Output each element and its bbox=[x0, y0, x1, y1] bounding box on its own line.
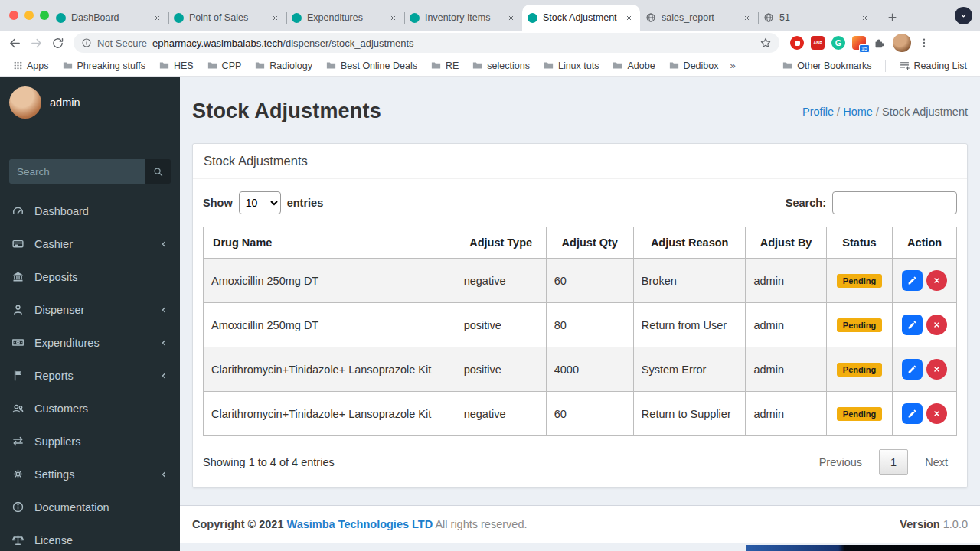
cell-action bbox=[893, 392, 957, 436]
new-tab-button[interactable] bbox=[882, 7, 902, 27]
breadcrumb-link[interactable]: Profile bbox=[802, 106, 834, 118]
browser-tab[interactable]: 51 bbox=[758, 5, 876, 31]
browser-tab[interactable]: Inventory Items bbox=[404, 5, 522, 31]
company-link[interactable]: Wasimba Technologies LTD bbox=[287, 518, 433, 530]
adblock-extension-icon[interactable] bbox=[790, 36, 804, 50]
profile-avatar[interactable] bbox=[893, 34, 911, 52]
column-header[interactable]: Action bbox=[893, 227, 957, 259]
bookmark-folder[interactable]: Phreaking stuffs bbox=[57, 58, 151, 73]
sidebar-item-settings[interactable]: Settings bbox=[0, 458, 180, 491]
bookmark-folder[interactable]: Best Online Deals bbox=[320, 58, 423, 73]
edit-adjustment-button[interactable] bbox=[902, 359, 923, 380]
bookmark-folder[interactable]: CPP bbox=[201, 58, 247, 73]
edit-adjustment-button[interactable] bbox=[902, 403, 923, 424]
tab-close-button[interactable] bbox=[505, 11, 517, 24]
sidebar-item-documentation[interactable]: Documentation bbox=[0, 491, 180, 523]
abp-label: ABP bbox=[813, 41, 822, 45]
sidebar-item-reports[interactable]: Reports bbox=[0, 359, 180, 392]
forward-button[interactable] bbox=[26, 33, 46, 53]
folder-icon bbox=[325, 60, 337, 71]
puzzle-icon[interactable] bbox=[873, 37, 886, 50]
tab-close-button[interactable] bbox=[858, 11, 871, 24]
edit-adjustment-button[interactable] bbox=[902, 315, 923, 335]
sidebar-item-deposits[interactable]: Deposits bbox=[0, 260, 180, 293]
browser-tab[interactable]: DashBoard bbox=[51, 5, 168, 31]
security-chip[interactable]: Not Secure bbox=[97, 37, 147, 49]
site-favicon bbox=[292, 13, 302, 23]
sidebar-item-suppliers[interactable]: Suppliers bbox=[0, 425, 180, 458]
address-bar[interactable]: Not Secure epharmacy.wasimbalabs.tech/di… bbox=[74, 33, 779, 53]
entries-select[interactable]: 10 bbox=[239, 191, 281, 214]
tab-close-button[interactable] bbox=[740, 11, 753, 24]
delete-adjustment-button[interactable] bbox=[926, 403, 947, 424]
user-avatar[interactable] bbox=[9, 86, 41, 119]
browser-tab[interactable]: Expenditures bbox=[286, 5, 404, 31]
close-icon bbox=[743, 15, 750, 21]
bookmark-star-icon[interactable] bbox=[760, 37, 772, 49]
close-window-button[interactable] bbox=[9, 11, 18, 20]
bookmark-folder[interactable]: HES bbox=[153, 58, 199, 73]
reading-list[interactable]: Reading List bbox=[893, 58, 973, 73]
bookmark-folder[interactable]: Linux tuts bbox=[537, 58, 605, 73]
browser-tab[interactable]: sales_report bbox=[640, 5, 758, 31]
delete-adjustment-button[interactable] bbox=[926, 359, 947, 380]
browser-tab[interactable]: Stock Adjustments bbox=[522, 5, 640, 31]
menu-dots-icon[interactable] bbox=[918, 37, 930, 49]
sidebar-item-dashboard[interactable]: Dashboard bbox=[0, 194, 180, 227]
sidebar-item-cashier[interactable]: Cashier bbox=[0, 227, 180, 260]
table-row: Clarithromycin+Tinidazole+ Lansoprazole … bbox=[204, 347, 957, 392]
bookmarks-overflow-button[interactable]: » bbox=[726, 60, 739, 71]
bookmark-folder[interactable]: Dedibox bbox=[663, 58, 724, 73]
abp-extension-icon[interactable]: ABP bbox=[811, 36, 825, 50]
sidebar-item-expenditures[interactable]: Expenditures bbox=[0, 326, 180, 359]
column-header[interactable]: Adjust Reason bbox=[633, 227, 746, 259]
sidebar-item-label: Suppliers bbox=[34, 435, 80, 448]
tab-title: Stock Adjustments bbox=[543, 12, 617, 23]
previous-page-button[interactable]: Previous bbox=[810, 450, 871, 474]
column-header[interactable]: Adjust Qty bbox=[546, 227, 633, 259]
bookmark-folder[interactable]: RE bbox=[425, 58, 464, 73]
tab-close-button[interactable] bbox=[269, 11, 281, 24]
close-icon bbox=[508, 15, 514, 21]
minimize-window-button[interactable] bbox=[24, 11, 34, 20]
sidebar-search-button[interactable] bbox=[145, 159, 171, 184]
column-header[interactable]: Status bbox=[826, 227, 893, 259]
column-header[interactable]: Adjust Type bbox=[456, 227, 546, 259]
current-page-button[interactable]: 1 bbox=[879, 449, 908, 475]
sidebar-item-dispenser[interactable]: Dispenser bbox=[0, 293, 180, 326]
edit-adjustment-button[interactable] bbox=[902, 270, 923, 291]
info-icon[interactable] bbox=[81, 37, 92, 48]
browser-tab[interactable]: Point of Sales bbox=[168, 5, 286, 31]
globe-icon bbox=[645, 12, 656, 23]
x-icon bbox=[933, 321, 941, 329]
bookmark-folder[interactable]: Radiology bbox=[249, 58, 318, 73]
tab-search-button[interactable] bbox=[955, 7, 972, 24]
column-header[interactable]: Drug Name bbox=[204, 227, 456, 259]
grammarly-extension-icon[interactable]: G bbox=[831, 36, 845, 50]
extension-badge: 15 bbox=[859, 44, 870, 53]
search-label: Search: bbox=[786, 197, 826, 209]
next-page-button[interactable]: Next bbox=[916, 450, 957, 474]
zoom-window-button[interactable] bbox=[40, 11, 49, 20]
reload-button[interactable] bbox=[47, 33, 67, 53]
tab-close-button[interactable] bbox=[151, 11, 163, 24]
column-header[interactable]: Adjust By bbox=[746, 227, 826, 259]
extension-icon-with-badge[interactable]: 15 bbox=[852, 36, 866, 50]
sidebar-item-license[interactable]: License bbox=[0, 523, 180, 551]
cell-status: Pending bbox=[826, 259, 893, 303]
table-search-input[interactable] bbox=[832, 191, 957, 214]
tab-close-button[interactable] bbox=[387, 11, 399, 24]
breadcrumb-link[interactable]: Home bbox=[843, 106, 873, 118]
sidebar-search-input[interactable] bbox=[9, 159, 145, 184]
forward-arrow-icon bbox=[30, 37, 43, 50]
bookmark-folder[interactable]: Adobe bbox=[606, 58, 660, 73]
bookmark-folder[interactable]: selections bbox=[466, 58, 535, 73]
delete-adjustment-button[interactable] bbox=[926, 315, 947, 335]
sidebar-item-customers[interactable]: Customers bbox=[0, 392, 180, 425]
back-button[interactable] bbox=[5, 33, 24, 53]
tab-close-button[interactable] bbox=[622, 11, 635, 24]
reading-list-label: Reading List bbox=[914, 60, 968, 71]
apps-shortcut[interactable]: Apps bbox=[8, 59, 54, 73]
other-bookmarks[interactable]: Other Bookmarks bbox=[776, 58, 877, 73]
delete-adjustment-button[interactable] bbox=[926, 270, 947, 291]
